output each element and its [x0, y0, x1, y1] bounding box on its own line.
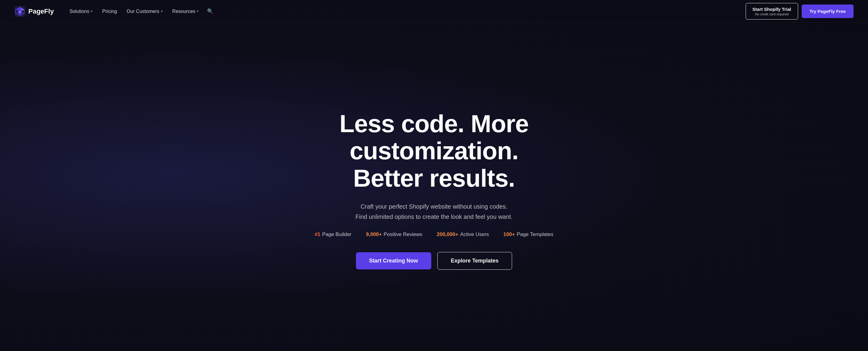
- navbar: PageFly Solutions ▾ Pricing Ou: [0, 0, 868, 23]
- hero-section: Less code. More customization. Better re…: [0, 23, 868, 351]
- start-shopify-trial-button[interactable]: Start Shopify Trial No credit card requi…: [746, 3, 798, 20]
- hero-buttons: Start Creating Now Explore Templates: [356, 252, 513, 270]
- hero-stats: #1 Page Builder 9,000+ Positive Reviews …: [315, 232, 553, 238]
- nav-link-solutions[interactable]: Solutions ▾: [66, 6, 96, 16]
- nav-item-pricing: Pricing: [98, 6, 121, 16]
- stat-page-builder: #1 Page Builder: [315, 232, 351, 238]
- stat-templates: 100+ Page Templates: [503, 232, 553, 238]
- nav-item-solutions: Solutions ▾: [66, 6, 96, 16]
- chevron-down-icon: ▾: [91, 9, 93, 13]
- logo-text: PageFly: [28, 7, 54, 15]
- start-creating-now-button[interactable]: Start Creating Now: [356, 252, 431, 270]
- chevron-down-icon: ▾: [197, 9, 198, 13]
- nav-left: PageFly Solutions ▾ Pricing Ou: [14, 6, 216, 17]
- stat-users: 200,000+ Active Users: [437, 232, 489, 238]
- nav-item-resources: Resources ▾: [169, 6, 202, 16]
- nav-link-resources[interactable]: Resources ▾: [169, 6, 202, 16]
- hero-subtitle: Craft your perfect Shopify website witho…: [355, 201, 513, 222]
- search-button[interactable]: 🔍: [205, 6, 216, 17]
- logo-icon: [14, 6, 25, 17]
- chevron-down-icon: ▾: [161, 9, 163, 13]
- page-wrapper: PageFly Solutions ▾ Pricing Ou: [0, 0, 868, 351]
- nav-links: Solutions ▾ Pricing Our Customers ▾: [66, 6, 216, 17]
- nav-item-customers: Our Customers ▾: [123, 6, 166, 16]
- nav-link-customers[interactable]: Our Customers ▾: [123, 6, 166, 16]
- try-pagefly-free-button[interactable]: Try PageFly Free: [802, 4, 854, 18]
- hero-title: Less code. More customization. Better re…: [268, 110, 600, 192]
- nav-right: Start Shopify Trial No credit card requi…: [746, 3, 854, 20]
- logo-link[interactable]: PageFly: [14, 6, 54, 17]
- nav-item-search: 🔍: [205, 6, 216, 17]
- nav-link-pricing[interactable]: Pricing: [98, 6, 121, 16]
- stat-reviews: 9,000+ Positive Reviews: [366, 232, 422, 238]
- explore-templates-button[interactable]: Explore Templates: [437, 252, 513, 270]
